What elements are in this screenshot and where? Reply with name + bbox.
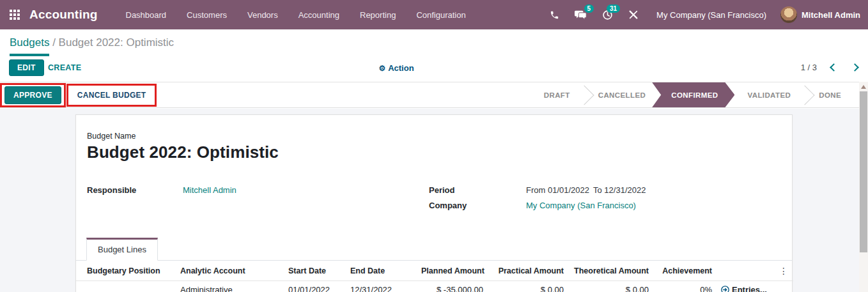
cell-practical-amount[interactable]: $ 0.00 <box>483 281 564 292</box>
approve-button[interactable]: APPROVE <box>4 86 61 104</box>
form-view-area: Budget Name Budget 2022: Optimistic Resp… <box>0 109 868 292</box>
activities-button[interactable]: 31 <box>594 0 621 29</box>
apps-menu-button[interactable] <box>0 0 29 29</box>
breadcrumb-current: Budget 2022: Optimistic <box>59 36 174 49</box>
table-header-row: Budgetary Position Analytic Account Star… <box>76 261 793 281</box>
period-to-value: To 12/31/2022 <box>593 185 646 195</box>
period-from-value: From 01/01/2022 <box>526 185 589 195</box>
status-chevron-separator <box>795 85 815 105</box>
main-menu: Dashboard Customers Vendors Accounting R… <box>116 0 476 29</box>
table-row[interactable]: Administrative 01/01/2022 12/31/2022 $ -… <box>76 281 793 292</box>
status-confirmed-active[interactable]: CONFIRMED <box>652 82 734 107</box>
tools-button[interactable] <box>621 0 646 29</box>
voip-button[interactable] <box>542 0 567 29</box>
systray: 5 31 My Company (San Francisco) Mitchell… <box>542 0 868 29</box>
pager-count: 1 / 3 <box>801 63 817 72</box>
user-name: Mitchell Admin <box>802 10 860 20</box>
menu-configuration[interactable]: Configuration <box>406 0 476 29</box>
vertical-scrollbar[interactable] <box>859 82 868 292</box>
cell-budgetary-position[interactable] <box>76 281 180 292</box>
field-groups: Responsible Mitchell Admin Period From 0… <box>87 185 792 216</box>
cell-achievement[interactable]: 0% <box>649 281 712 292</box>
budget-lines-table: Budgetary Position Analytic Account Star… <box>76 261 793 292</box>
responsible-label: Responsible <box>87 185 183 195</box>
menu-dashboard[interactable]: Dashboard <box>116 0 177 29</box>
tab-budget-lines[interactable]: Budget Lines <box>86 238 158 261</box>
status-cancelled[interactable]: CANCELLED <box>585 91 659 99</box>
cancel-annotation-box: CANCEL BUDGET <box>66 84 157 107</box>
header-achievement[interactable]: Achievement <box>649 261 712 281</box>
company-value-link[interactable]: My Company (San Francisco) <box>526 201 636 210</box>
header-practical-amount[interactable]: Practical Amount <box>483 261 564 281</box>
create-button[interactable]: CREATE <box>48 63 81 72</box>
header-analytic-account[interactable]: Analytic Account <box>180 261 288 281</box>
scrollbar-up-arrow-icon[interactable] <box>861 85 866 89</box>
table-options-kebab-icon[interactable]: ⋮ <box>779 266 788 276</box>
cell-start-date[interactable]: 01/01/2022 <box>288 281 350 292</box>
action-menu-button[interactable]: ⚙Action <box>378 63 414 73</box>
field-group-right: Period From 01/01/2022 To 12/31/2022 Com… <box>429 185 646 216</box>
form-status-row: APPROVE CANCEL BUDGET DRAFT CANCELLED CO… <box>0 82 868 108</box>
header-start-date[interactable]: Start Date <box>288 261 350 281</box>
approve-annotation-box: APPROVE <box>0 83 66 107</box>
menu-reporting[interactable]: Reporting <box>350 0 406 29</box>
control-panel-buttons-row: EDIT CREATE ⚙Action 1 / 3 <box>0 59 868 82</box>
statusbar: DRAFT CANCELLED CONFIRMED VALIDATED DONE <box>531 82 854 107</box>
cancel-budget-button[interactable]: CANCEL BUDGET <box>71 87 153 104</box>
responsible-value-link[interactable]: Mitchell Admin <box>183 185 236 195</box>
header-theoretical-amount[interactable]: Theoretical Amount <box>564 261 649 281</box>
breadcrumb-budgets-link[interactable]: Budgets <box>10 36 49 56</box>
pager-next-icon[interactable] <box>851 63 859 72</box>
edit-button[interactable]: EDIT <box>9 59 44 76</box>
activities-badge: 31 <box>607 4 620 13</box>
gear-icon: ⚙ <box>378 64 385 73</box>
tools-wrench-icon <box>628 10 639 20</box>
header-budgetary-position[interactable]: Budgetary Position <box>76 261 180 281</box>
cell-analytic-account[interactable]: Administrative <box>180 281 288 292</box>
entries-label: Entries... <box>732 285 767 292</box>
cell-theoretical-amount[interactable]: $ 0.00 <box>564 281 649 292</box>
control-panel: Budgets / Budget 2022: Optimistic EDIT C… <box>0 29 868 82</box>
budget-name-label: Budget Name <box>87 132 792 141</box>
messages-badge: 5 <box>584 4 594 13</box>
top-navbar: Accounting Dashboard Customers Vendors A… <box>0 0 868 29</box>
notebook-tabs: Budget Lines <box>76 238 792 261</box>
user-menu[interactable]: Mitchell Admin <box>777 0 868 29</box>
messages-button[interactable]: 5 <box>567 0 594 29</box>
status-chevron-separator <box>574 85 594 105</box>
company-switcher[interactable]: My Company (San Francisco) <box>646 10 777 20</box>
period-label: Period <box>429 185 526 195</box>
field-group-left: Responsible Mitchell Admin <box>87 185 429 216</box>
phone-icon <box>550 10 559 20</box>
action-label: Action <box>388 63 414 73</box>
header-end-date[interactable]: End Date <box>350 261 421 281</box>
header-planned-amount[interactable]: Planned Amount <box>421 261 483 281</box>
budget-title[interactable]: Budget 2022: Optimistic <box>87 142 792 162</box>
breadcrumb: Budgets / Budget 2022: Optimistic <box>10 36 174 56</box>
scrollbar-thumb[interactable] <box>860 91 867 252</box>
app-title[interactable]: Accounting <box>29 8 98 22</box>
apps-grid-icon <box>10 10 20 20</box>
entries-link[interactable]: Entries... <box>712 281 793 292</box>
cell-planned-amount[interactable]: $ -35,000.00 <box>421 281 483 292</box>
pager: 1 / 3 <box>801 63 858 72</box>
menu-vendors[interactable]: Vendors <box>237 0 288 29</box>
company-label: Company <box>429 201 526 210</box>
menu-accounting[interactable]: Accounting <box>288 0 350 29</box>
form-sheet: Budget Name Budget 2022: Optimistic Resp… <box>75 114 793 292</box>
pager-previous-icon[interactable] <box>830 63 838 72</box>
user-avatar <box>780 6 797 23</box>
menu-customers[interactable]: Customers <box>176 0 237 29</box>
breadcrumb-separator: / <box>52 36 56 49</box>
status-validated[interactable]: VALIDATED <box>734 91 803 99</box>
cell-end-date[interactable]: 12/31/2022 <box>350 281 421 292</box>
arrow-circle-icon <box>721 286 729 292</box>
